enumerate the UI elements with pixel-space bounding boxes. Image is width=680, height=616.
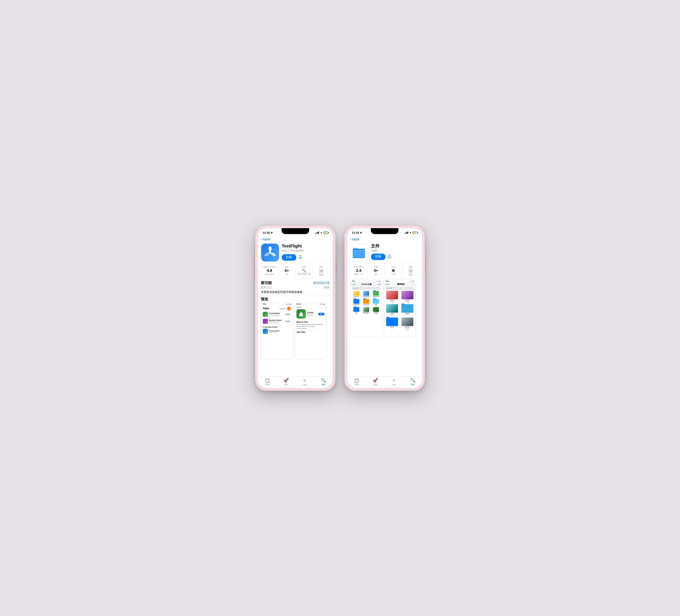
mini-opera-name: 中国戏曲: [405, 299, 409, 301]
mini-desktop-count: 21 项: [375, 305, 377, 306]
dev-label: 开发: [319, 266, 323, 268]
mini-files-battery: ▮: [379, 281, 380, 282]
share-button[interactable]: [299, 255, 302, 260]
status-icons: ▼: [316, 231, 328, 234]
mini-what-to-test-title: What to Test: [295, 320, 326, 323]
mini-forest-icon: [263, 312, 268, 317]
age-value: 4+: [285, 268, 289, 273]
wifi-icon: ▼: [320, 231, 322, 234]
mini-rent-size: 411 KB: [406, 329, 409, 330]
mini-forest-app-icon: [296, 309, 306, 319]
rating-reviews: 1168 万个评分 4.8 ★★★★★: [261, 265, 278, 277]
mini-mountain-icon: [263, 319, 268, 324]
mini-garden-size: 978 KB: [365, 314, 368, 315]
mini-icloud-select: 选择: [378, 283, 380, 286]
app-info: TestFlight 简化了 Beta 版测试 打开: [282, 243, 330, 261]
mini-files-screen-2: 9:41 ▪▪▪ ▼ ▮ ‹ 返回 夏季项目 占 🔍 搜索: [384, 280, 416, 337]
ratings-row: 1168 万个评分 4.8 ★★★★★ 年龄 4+ 岁 类别 🔨 软件开发工具 …: [258, 263, 333, 278]
files-screenshots: 9:41 ▪▪▪ ▼ ▮ ‹ 位置 iCloud 云盘 选择: [347, 280, 422, 337]
mini-summer-search: 🔍 搜索: [385, 287, 414, 290]
mini-prev-tested-label: Previously Tested: [261, 325, 293, 328]
category-icon: 🔨: [302, 268, 306, 272]
tab-games-2[interactable]: 🚀 游戏: [369, 378, 381, 386]
mini-status-icons: ▪▪▪▪ ▼ ▮: [286, 303, 291, 305]
mini-math-name: 算术练习题: [353, 296, 359, 297]
mini-files-status-icons: ▪▪▪ ▼ ▮: [376, 281, 380, 282]
tab-app-2[interactable]: ≡ App: [388, 378, 400, 385]
app-icon-files: [350, 243, 368, 262]
mini-get-button[interactable]: GET: [318, 313, 324, 316]
files-screenshot-1: 9:41 ▪▪▪ ▼ ▮ ‹ 位置 iCloud 云盘 选择: [350, 280, 382, 337]
version-label: 版本 3.2.1: [261, 286, 273, 289]
mini-app-clips-title: App Clips: [295, 330, 326, 333]
back-nav[interactable]: ‹ Apple: [258, 236, 333, 242]
tab-today[interactable]: 📋 Today: [261, 378, 274, 385]
tab-search[interactable]: 🔍 搜索: [317, 378, 330, 386]
tab-search-2[interactable]: 🔍 搜索: [406, 378, 419, 386]
mini-kitchen-name: 改装厨房: [405, 313, 409, 314]
age-label: 年龄: [285, 266, 289, 268]
mini-park-name: 黄石国家公园: [363, 296, 369, 297]
app-tab-label-2: App: [392, 383, 396, 385]
mini-pages-folder: [363, 299, 369, 304]
mini-forest-detail-header: Forest Version 8... Expires in... GET: [295, 309, 326, 320]
dev-sub-2: App: [408, 273, 413, 276]
category-sub-2: 工具: [391, 272, 395, 275]
version-time: 1周前: [323, 286, 330, 289]
mini-icecream-date: 2018/6/2: [390, 314, 394, 316]
tab-app[interactable]: ≡ App: [299, 378, 311, 385]
category-sub: 软件开发工具: [298, 272, 310, 275]
mini-files-signal-2: ▪▪▪: [410, 281, 411, 282]
app-actions-2: 打开: [371, 254, 419, 260]
tab-games[interactable]: 🚀 游戏: [280, 378, 292, 386]
mini-forest-name: Forest Explorer: [269, 313, 284, 314]
open-button[interactable]: 打开: [282, 254, 296, 261]
version-history-link[interactable]: 版本历史记录: [313, 281, 330, 285]
svg-point-4: [269, 252, 271, 254]
phone-files: 11:18 ➤ ▼ ‹ Apple: [344, 225, 425, 391]
search-tab-icon-2: 🔍: [410, 378, 416, 383]
mini-send-feedback-link[interactable]: ✉ Send Feedback: [295, 327, 326, 330]
tab-today-2[interactable]: 📋 Today: [350, 378, 363, 385]
open-button-2[interactable]: 打开: [371, 254, 386, 260]
search-tab-label: 搜索: [321, 383, 325, 386]
mini-forest-open-btn[interactable]: OPEN: [285, 313, 291, 316]
mini-leaves-size: 2.2 MB: [374, 314, 377, 315]
signal-bars-icon-2: [405, 232, 408, 234]
rating-age-2: 年龄 4+ 岁: [367, 265, 385, 277]
mini-rent-date: 上午7:05: [405, 328, 409, 329]
mini-pages-name: Pages 文稿: [363, 304, 369, 305]
mini-summer-grid: 球类活动 2018/6/1 4.8 MB 中国戏曲 2018/3/7 10.3 …: [384, 290, 416, 330]
dev-icon-2: A: [408, 268, 413, 273]
mini-ocean-name: Ocean Journal: [269, 330, 291, 331]
mini-file-pages: Pages 文稿 15 项: [362, 299, 371, 306]
mini-docs-folder: [353, 307, 359, 312]
battery-icon: [323, 232, 328, 234]
mini-docs-count: 9 项: [355, 314, 357, 315]
mini-kitchen-folder: [401, 304, 413, 313]
mini-numbers-name: Numbers 表格: [372, 296, 379, 297]
mini-mountain-open-btn[interactable]: OPEN: [285, 320, 291, 322]
mini-desktop-folder: [373, 299, 379, 304]
back-label[interactable]: Apple: [263, 237, 270, 241]
mini-sports-size: 4.8 MB: [391, 302, 394, 303]
search-tab-icon: 🔍: [321, 378, 326, 383]
mini-files-status-1: 9:41 ▪▪▪ ▼ ▮: [350, 280, 382, 283]
mini-redeem-link: Redeem: [280, 308, 286, 310]
mini-opera-card: 中国戏曲 2018/3/7 10.3 MB: [400, 291, 415, 303]
reviews-stars: ★★★★★: [265, 273, 274, 275]
back-label-2[interactable]: Apple: [352, 237, 360, 241]
mini-file-desktop: 桌面 21 项: [371, 299, 380, 306]
mini-battery-icon: ▮: [290, 303, 291, 305]
app-tab-label: App: [303, 383, 306, 385]
files-logo: [352, 245, 367, 260]
mini-file-math: 算术练习题 741 KB: [352, 291, 361, 298]
rating-age: 年龄 4+ 岁: [278, 265, 295, 277]
share-button-2[interactable]: [388, 255, 391, 259]
mini-apps-header: Apps Redeem: [261, 305, 293, 311]
mini-pages-count: 15 项: [365, 305, 367, 306]
back-nav-2[interactable]: ‹ Apple: [347, 236, 422, 242]
rating-category-2: 类别 ⊞ 工具: [385, 265, 402, 277]
mini-summer-back: ‹ 返回: [385, 283, 389, 286]
preview-title: 预览: [258, 295, 333, 302]
